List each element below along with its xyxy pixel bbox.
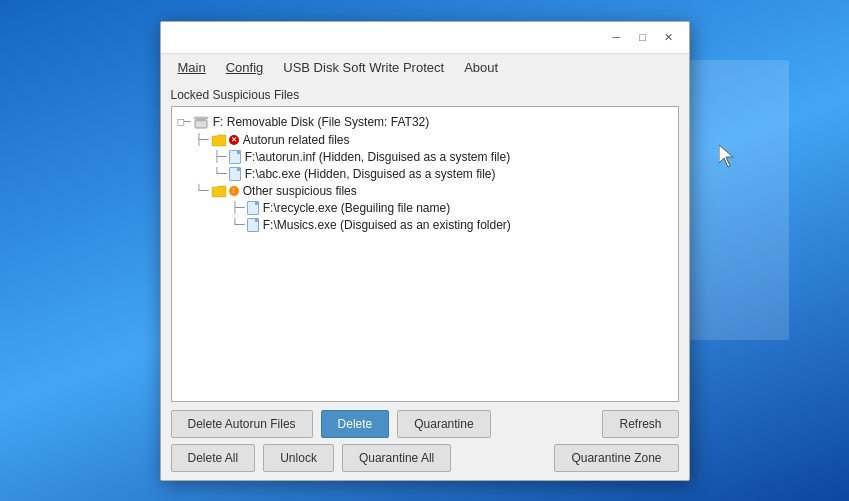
menu-about[interactable]: About — [455, 56, 507, 79]
tree-row-root: □─ F: Removable Disk (File System: FAT32… — [176, 113, 674, 131]
menu-usbdisk[interactable]: USB Disk Soft Write Protect — [274, 56, 453, 79]
connector-other-group: └─ — [196, 184, 209, 197]
menu-config-label: Config — [226, 60, 264, 75]
tree-label-autorun-group: Autorun related files — [243, 133, 350, 147]
tree-row-autorun-group: ├─ ✕ Autorun related files — [176, 132, 674, 148]
svg-rect-2 — [194, 117, 208, 119]
delete-button[interactable]: Delete — [321, 410, 390, 438]
menu-main[interactable]: Main — [169, 56, 215, 79]
maximize-button[interactable]: □ — [631, 27, 655, 47]
menu-bar: Main Config USB Disk Soft Write Protect … — [161, 54, 689, 82]
menu-about-label: About — [464, 60, 498, 75]
folder-other-icon — [211, 184, 227, 198]
quarantine-button[interactable]: Quarantine — [397, 410, 490, 438]
tree-row-other-group: └─ ! Other suspicious files — [176, 183, 674, 199]
tree-label-other-group: Other suspicious files — [243, 184, 357, 198]
menu-main-label: Main — [178, 60, 206, 75]
section-label: Locked Suspicious Files — [161, 82, 689, 106]
file-icon-autorun-inf — [229, 150, 241, 164]
badge-x-autorun: ✕ — [229, 135, 239, 145]
tree-row-musics-exe: └─ F:\Musics.exe (Disguised as an existi… — [176, 217, 674, 233]
connector-abc-exe: └─ — [214, 167, 227, 180]
refresh-button[interactable]: Refresh — [602, 410, 678, 438]
connector-autorun-group: ├─ — [196, 133, 209, 146]
title-bar: ─ □ ✕ — [161, 22, 689, 54]
button-row-2: Delete All Unlock Quarantine All Quarant… — [171, 444, 679, 472]
file-icon-musics-exe — [247, 218, 259, 232]
connector-musics-exe: └─ — [232, 218, 245, 231]
tree-row-autorun-inf: ├─ F:\autorun.inf (Hidden, Disguised as … — [176, 149, 674, 165]
tree-label-abc-exe: F:\abc.exe (Hidden, Disguised as a syste… — [245, 167, 496, 181]
tree-label-root: F: Removable Disk (File System: FAT32) — [213, 115, 430, 129]
close-button[interactable]: ✕ — [657, 27, 681, 47]
tree-row-abc-exe: └─ F:\abc.exe (Hidden, Disguised as a sy… — [176, 166, 674, 182]
file-icon-recycle-exe — [247, 201, 259, 215]
badge-warn-other: ! — [229, 186, 239, 196]
menu-usbdisk-label: USB Disk Soft Write Protect — [283, 60, 444, 75]
delete-all-button[interactable]: Delete All — [171, 444, 256, 472]
connector-recycle-exe: ├─ — [232, 201, 245, 214]
tree-label-autorun-inf: F:\autorun.inf (Hidden, Disguised as a s… — [245, 150, 510, 164]
quarantine-all-button[interactable]: Quarantine All — [342, 444, 451, 472]
app-window: ─ □ ✕ Main Config USB Disk Soft Write Pr… — [160, 21, 690, 481]
minimize-button[interactable]: ─ — [605, 27, 629, 47]
delete-autorun-button[interactable]: Delete Autorun Files — [171, 410, 313, 438]
tree-root: □─ F: Removable Disk (File System: FAT32… — [176, 113, 674, 233]
menu-config[interactable]: Config — [217, 56, 273, 79]
folder-icon — [211, 133, 227, 147]
tree-label-recycle-exe: F:\recycle.exe (Beguiling file name) — [263, 201, 450, 215]
buttons-area: Delete Autorun Files Delete Quarantine R… — [161, 402, 689, 480]
tree-row-recycle-exe: ├─ F:\recycle.exe (Beguiling file name) — [176, 200, 674, 216]
tree-panel[interactable]: □─ F: Removable Disk (File System: FAT32… — [171, 106, 679, 402]
unlock-button[interactable]: Unlock — [263, 444, 334, 472]
connector-root: □─ — [178, 115, 191, 128]
connector-autorun-inf: ├─ — [214, 150, 227, 163]
usb-icon — [193, 114, 209, 130]
button-row-1: Delete Autorun Files Delete Quarantine R… — [171, 410, 679, 438]
quarantine-zone-button[interactable]: Quarantine Zone — [554, 444, 678, 472]
tree-label-musics-exe: F:\Musics.exe (Disguised as an existing … — [263, 218, 511, 232]
file-icon-abc-exe — [229, 167, 241, 181]
title-bar-controls: ─ □ ✕ — [605, 27, 681, 47]
